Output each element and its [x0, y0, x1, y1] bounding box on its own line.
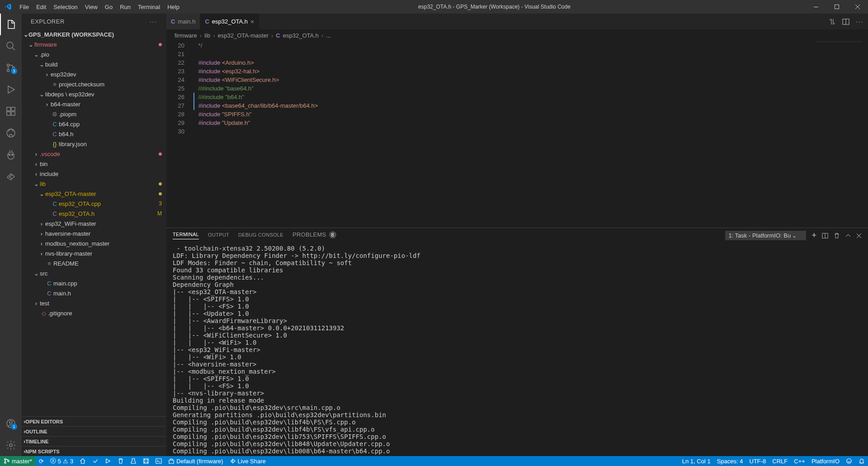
activity-run-debug[interactable] [0, 79, 22, 100]
tree-item[interactable]: Cb64.h [22, 129, 166, 139]
tree-item[interactable]: ›nvs-library-master [22, 248, 166, 258]
status-item[interactable]: Spaces: 4 [714, 456, 746, 466]
status-git-branch[interactable]: master* [0, 456, 36, 466]
breadcrumbs[interactable]: firmware›lib›esp32_OTA-master›C esp32_OT… [166, 29, 868, 41]
menu-help[interactable]: Help [164, 0, 183, 14]
code-area[interactable]: */ #include <Arduino.h> #include <esp32-… [193, 41, 868, 228]
tree-item[interactable]: ⌄src [22, 268, 166, 278]
tree-item[interactable]: ⌄libdeps \ esp32dev [22, 89, 166, 99]
status-live-share[interactable]: Live Share [226, 456, 269, 466]
tree-item[interactable]: ⌄firmware [22, 39, 166, 49]
workspace-header[interactable]: ⌄GPS_MARKER (WORKSPACE) [22, 29, 166, 39]
minimize-button[interactable] [806, 0, 826, 14]
tree-item[interactable]: ›b64-master [22, 99, 166, 109]
tree-item[interactable]: Cesp32_OTA.cpp3 [22, 199, 166, 209]
tree-item[interactable]: ⌄lib [22, 179, 166, 189]
status-pio-upload-icon[interactable] [102, 456, 114, 466]
activity-explorer[interactable] [0, 14, 22, 35]
close-tab-icon[interactable]: × [250, 18, 254, 25]
tree-item[interactable]: Cb64.cpp [22, 119, 166, 129]
sidebar-section-open-editors[interactable]: ›OPEN EDITORS [22, 416, 166, 426]
editor[interactable]: 2021222324252627282930 */ #include <Ardu… [166, 41, 868, 228]
tree-item[interactable]: ›include [22, 169, 166, 179]
panel-tab-problems[interactable]: PROBLEMS8 [292, 231, 336, 240]
activity-settings[interactable] [0, 434, 22, 456]
tree-item[interactable]: ›haversine-master [22, 228, 166, 238]
status-item[interactable]: PlatformIO [808, 456, 843, 466]
menu-selection[interactable]: Selection [50, 0, 81, 14]
menu-file[interactable]: File [16, 0, 33, 14]
split-editor-icon[interactable] [842, 18, 849, 25]
menu-edit[interactable]: Edit [33, 0, 50, 14]
compare-icon[interactable] [829, 18, 836, 25]
status-pio-monitor-icon[interactable] [140, 456, 152, 466]
tree-item[interactable]: ⌄build [22, 59, 166, 69]
maximize-panel-icon[interactable] [845, 233, 851, 238]
status-item[interactable]: Ln 1, Col 1 [679, 456, 714, 466]
status-pio-terminal-icon[interactable] [152, 456, 165, 466]
tree-item[interactable]: ≡README [22, 258, 166, 268]
tree-item[interactable]: ›modbus_nextion_master [22, 238, 166, 248]
panel-tab-debug-console[interactable]: DEBUG CONSOLE [238, 232, 283, 239]
activity-github[interactable] [0, 122, 22, 144]
breadcrumb-item[interactable]: esp32_OTA.h [283, 32, 319, 39]
activity-search[interactable] [0, 35, 22, 57]
status-sync[interactable]: ⟳ [36, 456, 47, 466]
tree-item[interactable]: ≡project.checksum [22, 79, 166, 89]
status-pio-build-icon[interactable] [89, 456, 102, 466]
terminal-selector[interactable]: 1: Task - PlatformIO: Bu ⌄ [725, 231, 806, 240]
menu-terminal[interactable]: Terminal [134, 0, 164, 14]
status-feedback-icon[interactable] [843, 456, 855, 466]
menu-run[interactable]: Run [116, 0, 134, 14]
activity-platformio[interactable] [0, 144, 22, 166]
status-problems[interactable]: ⓧ5⚠3 [47, 456, 76, 466]
tree-item[interactable]: Cmain.h [22, 288, 166, 298]
menu-view[interactable]: View [81, 0, 101, 14]
panel-tab-output[interactable]: OUTPUT [208, 232, 229, 239]
tree-item[interactable]: ›.vscode [22, 149, 166, 159]
editor-tab[interactable]: Cmain.h [166, 14, 200, 29]
breadcrumb-item[interactable]: lib [204, 32, 210, 39]
kill-terminal-icon[interactable] [834, 233, 840, 239]
breadcrumb-item[interactable]: esp32_OTA-master [218, 32, 269, 39]
status-pio-clean-icon[interactable] [114, 456, 127, 466]
tree-item[interactable]: ⚙.piopm [22, 109, 166, 119]
tree-item[interactable]: ›esp32_WiFi-master [22, 219, 166, 228]
status-pio-test-icon[interactable] [127, 456, 140, 466]
editor-tab[interactable]: Cesp32_OTA.h× [200, 14, 259, 29]
tree-item[interactable]: ›test [22, 298, 166, 308]
tree-item[interactable]: ◇.gitignore [22, 308, 166, 318]
tree-item[interactable]: Cmain.cpp [22, 278, 166, 288]
more-actions-icon[interactable]: ··· [856, 18, 863, 25]
maximize-button[interactable] [826, 0, 847, 14]
minimap[interactable] [816, 41, 862, 132]
activity-extensions[interactable] [0, 100, 22, 122]
status-notifications-icon[interactable] [855, 456, 868, 466]
close-panel-icon[interactable] [856, 233, 862, 238]
status-pio-env[interactable]: Default (firmware) [165, 456, 226, 466]
sidebar-section-npm-scripts[interactable]: ›NPM SCRIPTS [22, 446, 166, 456]
tree-item[interactable]: ⌄.pio [22, 49, 166, 59]
terminal-output[interactable]: - toolchain-xtensa32 2.50200.80 (5.2.0) … [166, 243, 868, 456]
new-terminal-icon[interactable]: + [811, 231, 816, 240]
tree-item[interactable]: ⌄esp32_OTA-master [22, 189, 166, 199]
close-button[interactable] [847, 0, 868, 14]
activity-accounts[interactable]: 1 [0, 413, 22, 434]
activity-source-control[interactable]: 3 [0, 57, 22, 79]
status-item[interactable]: C++ [791, 456, 808, 466]
status-pio-home-icon[interactable] [76, 456, 89, 466]
status-item[interactable]: UTF-8 [746, 456, 769, 466]
sidebar-section-outline[interactable]: ›OUTLINE [22, 426, 166, 436]
tree-item[interactable]: {}library.json [22, 139, 166, 149]
panel-tab-terminal[interactable]: TERMINAL [173, 232, 199, 239]
breadcrumb-item[interactable]: ... [326, 32, 331, 39]
activity-live-share[interactable] [0, 166, 22, 187]
menu-go[interactable]: Go [101, 0, 116, 14]
tree-item[interactable]: Cesp32_OTA.hM [22, 209, 166, 219]
breadcrumb-item[interactable]: firmware [175, 32, 197, 39]
more-icon[interactable]: ··· [150, 18, 157, 25]
sidebar-section-timeline[interactable]: ›TIMELINE [22, 436, 166, 446]
status-item[interactable]: CRLF [769, 456, 791, 466]
tree-item[interactable]: ›bin [22, 159, 166, 169]
split-terminal-icon[interactable] [822, 233, 828, 239]
